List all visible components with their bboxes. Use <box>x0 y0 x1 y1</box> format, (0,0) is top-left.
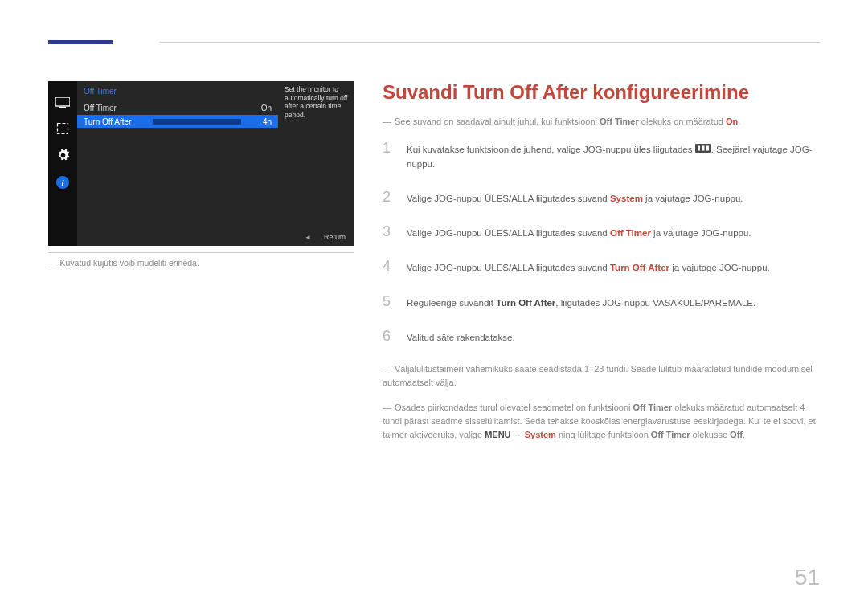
frame-icon <box>56 122 69 137</box>
step-row: 6 Valitud säte rakendatakse. <box>383 328 820 362</box>
menu-glyph-icon <box>695 143 711 157</box>
return-label: Return <box>305 233 346 241</box>
svg-rect-0 <box>55 97 70 106</box>
svg-rect-1 <box>59 107 66 108</box>
availability-note: ―See suvand on saadaval ainult juhul, ku… <box>383 115 820 129</box>
row-turn-off-after: Turn Off After 4h <box>77 115 278 128</box>
tooltip-text: Set the monitor to automatically turn of… <box>281 81 354 246</box>
page-number: 51 <box>795 565 820 591</box>
step-row: 2 Valige JOG-nuppu ÜLES/ALLA liigutades … <box>383 189 820 223</box>
info-icon: i <box>56 176 69 189</box>
sidebar-icons: i <box>48 81 77 246</box>
monitor-icon <box>55 97 70 111</box>
footnote-1: ―Väljalülitustaimeri vahemikuks saate se… <box>383 362 820 390</box>
gear-icon <box>56 149 70 165</box>
slider-bar <box>153 119 241 125</box>
step-row: 5 Reguleerige suvandit Turn Off After, l… <box>383 293 820 328</box>
image-caption: ―Kuvatud kujutis võib mudeliti erineda. <box>48 258 354 268</box>
svg-rect-4 <box>698 146 700 151</box>
svg-rect-6 <box>706 146 709 151</box>
step-row: 4 Valige JOG-nuppu ÜLES/ALLA liigutades … <box>383 258 820 292</box>
svg-rect-2 <box>58 124 68 134</box>
steps-list: 1 Kui kuvatakse funktsioonide juhend, va… <box>383 140 820 362</box>
page-title: Suvandi Turn Off After konfigureerimine <box>383 81 820 104</box>
header-rule <box>48 40 820 44</box>
settings-screenshot: i Off Timer Off Timer On Turn Off After … <box>48 81 354 246</box>
menu-title: Off Timer <box>84 87 117 96</box>
svg-rect-5 <box>702 146 704 151</box>
step-row: 1 Kui kuvatakse funktsioonide juhend, va… <box>383 140 820 189</box>
step-row: 3 Valige JOG-nuppu ÜLES/ALLA liigutades … <box>383 223 820 258</box>
row-off-timer: Off Timer On <box>77 100 278 115</box>
footnote-2: ―Osades piirkondades turul olevatel sead… <box>383 401 820 442</box>
